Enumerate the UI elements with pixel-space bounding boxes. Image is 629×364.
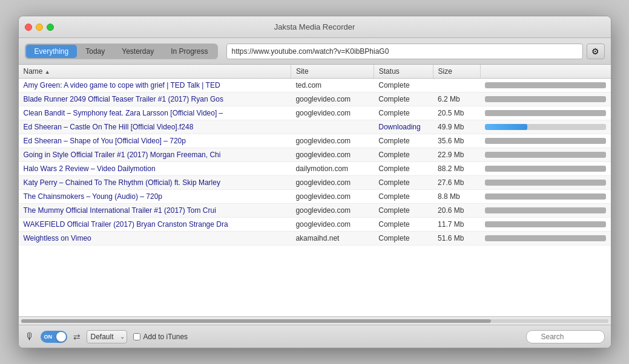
cell-size: 27.6 Mb <box>433 176 480 190</box>
cell-status: Complete <box>374 204 433 218</box>
tab-in-progress[interactable]: In Progress <box>162 45 216 58</box>
cell-status: Complete <box>374 106 433 120</box>
shuffle-icon[interactable]: ⇄ <box>73 332 81 342</box>
cell-name: Weightless on Vimeo <box>19 232 291 245</box>
table-row[interactable]: Halo Wars 2 Review – Video Dailymotionda… <box>19 162 611 176</box>
col-header-site: Site <box>291 65 374 79</box>
cell-name: WAKEFIELD Official Trailer (2017) Bryan … <box>19 218 291 232</box>
cell-progress <box>480 120 610 134</box>
cell-site <box>291 120 374 134</box>
table-row[interactable]: Amy Green: A video game to cope with gri… <box>19 79 611 93</box>
cell-progress <box>480 148 610 162</box>
cell-progress <box>480 162 610 176</box>
table-row[interactable]: Going in Style Official Trailer #1 (2017… <box>19 148 611 162</box>
itunes-checkbox-label[interactable]: Add to iTunes <box>133 333 188 341</box>
cell-size <box>433 79 480 93</box>
cell-name: The Chainsmokers – Young (Audio) – 720p <box>19 190 291 204</box>
cell-status: Complete <box>374 148 433 162</box>
tab-today[interactable]: Today <box>77 45 113 58</box>
cell-name: Halo Wars 2 Review – Video Dailymotion <box>19 162 291 176</box>
cell-status: Complete <box>374 176 433 190</box>
cell-name: Going in Style Official Trailer #1 (2017… <box>19 148 291 162</box>
tab-group: Everything Today Yesterday In Progress <box>25 44 218 59</box>
microphone-icon[interactable]: 🎙 <box>25 331 35 342</box>
col-header-status: Status <box>374 65 433 79</box>
cell-site: googlevideo.com <box>291 148 374 162</box>
cell-status: Complete <box>374 134 433 148</box>
minimize-button[interactable] <box>36 24 43 31</box>
cell-name: Katy Perry – Chained To The Rhythm (Offi… <box>19 176 291 190</box>
table-row[interactable]: Blade Runner 2049 Official Teaser Traile… <box>19 93 611 106</box>
cell-size: 11.7 Mb <box>433 218 480 232</box>
cell-status: Complete <box>374 93 433 106</box>
scrollbar-thumb[interactable] <box>21 319 491 323</box>
scrollbar-track <box>21 319 608 323</box>
table-row[interactable]: The Mummy Official International Trailer… <box>19 204 611 218</box>
cell-progress <box>480 176 610 190</box>
bottom-bar: 🎙 ON ⇄ Default 720p 1080p 480p 360p Add … <box>19 325 611 348</box>
quality-select[interactable]: Default 720p 1080p 480p 360p <box>87 330 127 343</box>
cell-site: ted.com <box>291 79 374 93</box>
cell-size: 51.6 Mb <box>433 232 480 245</box>
table-area[interactable]: Name ▲ Site Status Size Amy Green: A vid… <box>19 65 611 316</box>
cell-status: Complete <box>374 218 433 232</box>
cell-progress <box>480 93 610 106</box>
cell-site: akamaihd.net <box>291 232 374 245</box>
table-row[interactable]: Weightless on Vimeoakamaihd.netComplete5… <box>19 232 611 245</box>
traffic-lights <box>25 24 54 31</box>
itunes-label: Add to iTunes <box>143 333 188 341</box>
cell-status: Complete <box>374 79 433 93</box>
cell-site: googlevideo.com <box>291 204 374 218</box>
cell-name: Clean Bandit – Symphony feat. Zara Larss… <box>19 106 291 120</box>
cell-progress <box>480 134 610 148</box>
cell-status: Downloading <box>374 120 433 134</box>
col-header-size: Size <box>433 65 480 79</box>
cell-size: 22.9 Mb <box>433 148 480 162</box>
cell-size: 20.5 Mb <box>433 106 480 120</box>
cell-name: Ed Sheeran – Castle On The Hill [Officia… <box>19 120 291 134</box>
toolbar: Everything Today Yesterday In Progress ⚙ <box>19 38 611 65</box>
cell-size: 8.8 Mb <box>433 190 480 204</box>
maximize-button[interactable] <box>47 24 54 31</box>
cell-name: The Mummy Official International Trailer… <box>19 204 291 218</box>
horizontal-scrollbar[interactable] <box>19 316 611 325</box>
quality-select-wrapper: Default 720p 1080p 480p 360p <box>87 330 127 343</box>
cell-status: Complete <box>374 232 433 245</box>
cell-progress <box>480 204 610 218</box>
cell-progress <box>480 106 610 120</box>
tab-everything[interactable]: Everything <box>26 45 77 58</box>
cell-site: googlevideo.com <box>291 176 374 190</box>
table-row[interactable]: Ed Sheeran – Shape of You [Official Vide… <box>19 134 611 148</box>
url-input[interactable] <box>226 44 583 59</box>
cell-progress <box>480 232 610 245</box>
cell-size: 20.6 Mb <box>433 204 480 218</box>
cell-site: dailymotion.com <box>291 162 374 176</box>
itunes-checkbox[interactable] <box>133 333 140 340</box>
col-header-progress <box>480 65 610 79</box>
record-button[interactable]: ⚙ <box>587 44 605 59</box>
cell-size: 6.2 Mb <box>433 93 480 106</box>
table-row[interactable]: Clean Bandit – Symphony feat. Zara Larss… <box>19 106 611 120</box>
cell-site: googlevideo.com <box>291 106 374 120</box>
cell-size: 88.2 Mb <box>433 162 480 176</box>
search-input[interactable] <box>526 330 605 343</box>
on-off-toggle[interactable]: ON <box>41 331 67 343</box>
table-row[interactable]: The Chainsmokers – Young (Audio) – 720pg… <box>19 190 611 204</box>
cell-site: googlevideo.com <box>291 190 374 204</box>
toggle-label: ON <box>44 334 53 340</box>
cell-status: Complete <box>374 190 433 204</box>
titlebar: Jaksta Media Recorder <box>19 16 611 38</box>
record-icon: ⚙ <box>591 47 599 56</box>
table-row[interactable]: Katy Perry – Chained To The Rhythm (Offi… <box>19 176 611 190</box>
tab-yesterday[interactable]: Yesterday <box>113 45 162 58</box>
close-button[interactable] <box>25 24 32 31</box>
cell-name: Blade Runner 2049 Official Teaser Traile… <box>19 93 291 106</box>
search-wrapper <box>526 330 605 343</box>
toggle-knob <box>56 332 66 342</box>
main-window: Jaksta Media Recorder Everything Today Y… <box>18 16 611 348</box>
cell-status: Complete <box>374 162 433 176</box>
table-row[interactable]: Ed Sheeran – Castle On The Hill [Officia… <box>19 120 611 134</box>
table-row[interactable]: WAKEFIELD Official Trailer (2017) Bryan … <box>19 218 611 232</box>
cell-site: googlevideo.com <box>291 218 374 232</box>
downloads-table: Name ▲ Site Status Size Amy Green: A vid… <box>19 65 611 245</box>
